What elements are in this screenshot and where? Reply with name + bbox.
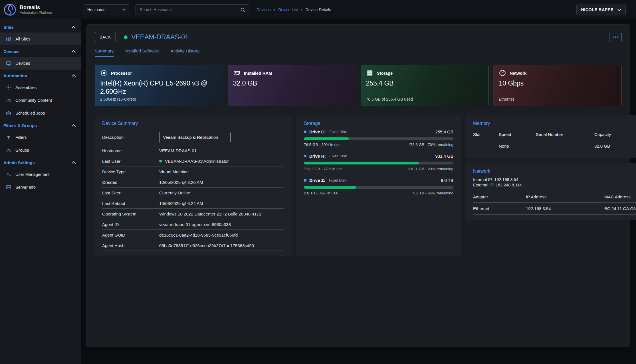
memory-capacity: 32.0 GB: [594, 140, 636, 152]
breadcrumb-separator: ›: [301, 7, 302, 12]
table-row: Agent GUID de16c0c1-8aa2-4d18-9585-9ce91…: [102, 230, 284, 240]
table-row: Last Reboot 10/03/2025 @ 6:24 AM: [102, 198, 284, 209]
panel-title: Memory: [473, 121, 636, 126]
column-header: Slot: [473, 129, 499, 140]
table-row: Agent Hash 05ba0e7935171d626ecea29b27d7a…: [102, 240, 284, 251]
sidebar-item-all-sites[interactable]: All Sites: [0, 32, 81, 45]
row-value: 05ba0e7935171d626ecea29b27d7ae175363cd90: [159, 243, 254, 248]
row-value: Windows 10 2022 Datacenter 21H2 Build 20…: [159, 212, 261, 216]
drive-bullet-icon: [304, 155, 306, 157]
panel-title: Device Summary: [102, 121, 284, 126]
tab-activity-history[interactable]: Activity History: [171, 48, 200, 57]
tab-summary[interactable]: Summary: [95, 48, 114, 57]
sidebar-section-sites[interactable]: Sites: [0, 21, 81, 32]
storage-footer: 76.5 GB of 255.4 GB used: [366, 97, 484, 102]
groups-icon: [6, 147, 11, 153]
monitor-icon: [6, 60, 11, 66]
drive-name: Drive H:: [309, 154, 326, 158]
buildings-icon: [6, 36, 11, 42]
breadcrumb-device-list[interactable]: Device List: [278, 7, 298, 12]
section-label: Automation: [3, 73, 27, 78]
device-title: VEEAM-DRAAS-01: [131, 33, 189, 41]
tab-installed-software[interactable]: Installed Software: [124, 48, 159, 57]
sidebar-item-groups[interactable]: Groups: [0, 144, 81, 156]
breadcrumb-device-details: Device Details: [306, 7, 331, 12]
ram-value: 32.0 GB: [233, 79, 344, 88]
storage-value: 255.4 GB: [366, 79, 477, 88]
row-label: Operating System: [102, 212, 159, 216]
speedometer-icon: [499, 69, 506, 77]
column-header: Capacity: [594, 129, 636, 140]
more-options-button[interactable]: [609, 32, 622, 42]
device-summary-panel: Device Summary Description Hostname VEEA…: [95, 115, 292, 257]
drive-name: Drive C:: [309, 129, 326, 134]
cpu-icon: [100, 69, 108, 77]
row-value: 10/05/2025 @ 3:26 AM: [159, 180, 203, 185]
drive-used: 2.8 TB - 35% in use: [304, 191, 338, 195]
online-status-dot: [159, 160, 162, 162]
row-label: Last Reboot: [102, 201, 159, 206]
tab-bar: Summary Installed Software Activity Hist…: [95, 48, 622, 57]
chevron-up-icon: [72, 74, 76, 77]
network-card: Network 10 Gbps Ethernet: [493, 65, 622, 106]
brand-subtitle: Automation Platform: [20, 11, 52, 15]
drive-bullet-icon: [304, 131, 306, 133]
row-label: Description: [102, 135, 159, 140]
sidebar-item-devices[interactable]: Devices: [0, 57, 81, 70]
back-button[interactable]: BACK: [95, 32, 116, 42]
search-icon[interactable]: [240, 7, 245, 13]
memory-speed: None: [499, 140, 536, 152]
drive-remaining: 5.2 TB - 65% remaining: [413, 191, 453, 195]
row-label: Last Seen: [102, 190, 159, 195]
drive-used: 713.3 GB - 77% in use: [304, 167, 343, 171]
row-label: Last User: [102, 159, 159, 164]
drive-row: Drive Z: Fixed Disk 8.0 TB 2.8 TB - 35% …: [304, 178, 453, 195]
dot-icon: [615, 36, 616, 38]
sidebar-section-admin-settings[interactable]: Admin Settings: [0, 156, 81, 168]
row-value: veeam-draas-01-agent-svc-8930a338: [159, 222, 231, 227]
table-row: Device Type Virtual Machine: [102, 166, 284, 177]
network-footer: Ethernet: [499, 97, 616, 102]
sidebar-item-community-content[interactable]: Community Content: [0, 94, 81, 107]
storage-card: Storage 255.4 GB 76.5 GB of 255.4 GB use…: [361, 65, 489, 106]
drive-size: 255.4 GB: [435, 129, 453, 134]
processor-value: Intel(R) Xeon(R) CPU E5-2690 v3 @ 2.60GH…: [100, 79, 211, 96]
row-value: 10/03/2025 @ 6:24 AM: [159, 201, 203, 206]
drive-usage-fill: [304, 137, 349, 140]
user-menu-button[interactable]: NICOLE RAPPE: [576, 4, 626, 15]
detail-panels: Device Summary Description Hostname VEEA…: [95, 115, 622, 257]
page-header: BACK VEEAM-DRAAS-01: [95, 32, 622, 42]
sidebar-item-label: Scheduled Jobs: [15, 111, 45, 115]
table-row: Description: [102, 129, 284, 145]
breadcrumb-devices[interactable]: Devices: [257, 7, 271, 12]
table-row: Hostname VEEAM-DRAAS-01: [102, 145, 284, 156]
drive-row: Drive H: Fixed Disk 931.4 GB 713.3 GB - …: [304, 154, 453, 171]
sidebar-section-devices[interactable]: Devices: [0, 45, 81, 57]
chevron-up-icon: [72, 161, 76, 164]
stat-cards: Processor Intel(R) Xeon(R) CPU E5-2690 v…: [95, 65, 622, 106]
description-input[interactable]: [159, 132, 231, 143]
row-label: Created: [102, 180, 159, 185]
sidebar-item-assemblies[interactable]: Assemblies: [0, 81, 81, 94]
hostname-filter-dropdown[interactable]: Hostname: [84, 4, 129, 15]
sidebar-item-user-management[interactable]: User Management: [0, 168, 81, 181]
storage-stack-icon: [366, 69, 373, 77]
search-input[interactable]: [139, 7, 240, 12]
row-value: de16c0c1-8aa2-4d18-9585-9ce91cf056fd: [159, 233, 238, 237]
sidebar-section-automation[interactable]: Automation: [0, 70, 81, 81]
sidebar-section-filters-groups[interactable]: Filters & Groups: [0, 119, 81, 131]
ram-footer: [233, 97, 351, 102]
row-value: Currently Online: [159, 190, 190, 195]
sidebar-item-scheduled-jobs[interactable]: Scheduled Jobs: [0, 107, 81, 119]
server-icon: [6, 184, 11, 190]
column-header: Adapter: [473, 192, 526, 203]
sidebar-item-server-info[interactable]: Server Info: [0, 181, 81, 194]
card-label: Installed RAM: [244, 71, 272, 76]
drive-usage-fill: [304, 162, 419, 164]
chevron-up-icon: [72, 26, 76, 29]
sidebar-item-filters[interactable]: Filters: [0, 131, 81, 144]
processor-footer: 2.60GHz (16-Cores): [100, 97, 218, 102]
network-value: 10 Gbps: [499, 79, 609, 88]
sidebar-item-label: Assemblies: [15, 85, 37, 90]
section-label: Filters & Groups: [3, 123, 37, 128]
